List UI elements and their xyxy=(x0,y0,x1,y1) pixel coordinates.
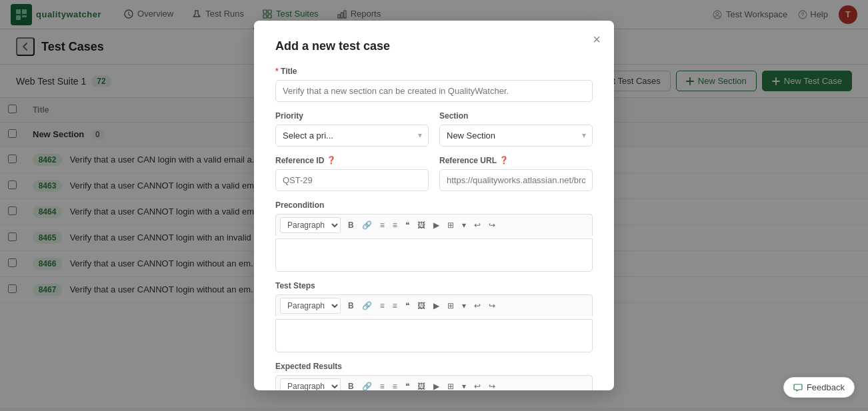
steps-video-btn[interactable]: ▶ xyxy=(430,299,443,312)
ref-id-help-icon: ❓ xyxy=(327,156,336,165)
steps-image-btn[interactable]: 🖼 xyxy=(414,299,429,312)
required-star: * xyxy=(275,67,281,76)
expected-bold-btn[interactable]: B xyxy=(345,380,357,390)
steps-quote-btn[interactable]: ❝ xyxy=(402,299,413,312)
precondition-table-btn[interactable]: ⊞ xyxy=(444,218,457,232)
steps-undo-btn[interactable]: ↩ xyxy=(471,299,484,312)
expected-results-toolbar: Paragraph B 🔗 ≡ ≡ ❝ 🖼 ▶ ⊞ ▾ ↩ ↪ xyxy=(275,375,593,390)
title-label: * Title xyxy=(275,67,593,76)
precondition-editor-area[interactable] xyxy=(275,238,593,272)
feedback-button[interactable]: Feedback xyxy=(783,377,855,398)
expected-results-paragraph-select[interactable]: Paragraph xyxy=(280,378,341,390)
feedback-label: Feedback xyxy=(807,382,845,392)
modal: Add a new test case × * Title Priority S… xyxy=(254,21,614,390)
priority-label: Priority xyxy=(275,111,429,121)
modal-close-button[interactable]: × xyxy=(593,33,601,46)
precondition-ordered-list-btn[interactable]: ≡ xyxy=(389,218,401,232)
expected-link-btn[interactable]: 🔗 xyxy=(359,380,375,390)
ref-url-label: Reference URL ❓ xyxy=(439,156,593,165)
expected-image-btn[interactable]: 🖼 xyxy=(414,380,429,390)
expected-results-label: Expected Results xyxy=(275,362,593,371)
steps-list-btn[interactable]: ≡ xyxy=(377,299,388,312)
precondition-table-expand-btn[interactable]: ▾ xyxy=(459,218,469,232)
priority-select[interactable]: Select a pri... xyxy=(275,125,429,147)
test-steps-paragraph-select[interactable]: Paragraph xyxy=(280,298,341,314)
precondition-link-btn[interactable]: 🔗 xyxy=(359,218,375,232)
title-input[interactable] xyxy=(275,80,593,102)
steps-link-btn[interactable]: 🔗 xyxy=(359,299,375,312)
section-select[interactable]: New Section xyxy=(439,125,593,147)
steps-redo-btn[interactable]: ↪ xyxy=(485,299,499,312)
precondition-undo-btn[interactable]: ↩ xyxy=(471,218,484,232)
precondition-redo-btn[interactable]: ↪ xyxy=(485,218,499,232)
steps-bold-btn[interactable]: B xyxy=(345,299,357,312)
ref-id-label: Reference ID ❓ xyxy=(275,156,429,165)
reference-url-input[interactable] xyxy=(439,169,593,191)
test-steps-editor-area[interactable] xyxy=(275,319,593,352)
test-steps-toolbar: Paragraph B 🔗 ≡ ≡ ❝ 🖼 ▶ ⊞ ▾ ↩ ↪ xyxy=(275,294,593,316)
precondition-image-btn[interactable]: 🖼 xyxy=(414,218,429,232)
expected-ordered-list-btn[interactable]: ≡ xyxy=(389,380,401,390)
modal-overlay[interactable]: Add a new test case × * Title Priority S… xyxy=(0,0,868,408)
precondition-quote-btn[interactable]: ❝ xyxy=(402,218,413,232)
precondition-paragraph-select[interactable]: Paragraph xyxy=(280,217,341,233)
precondition-list-btn[interactable]: ≡ xyxy=(377,218,388,232)
steps-table-expand-btn[interactable]: ▾ xyxy=(459,299,469,312)
expected-table-btn[interactable]: ⊞ xyxy=(444,380,457,390)
expected-redo-btn[interactable]: ↪ xyxy=(485,380,499,390)
steps-table-btn[interactable]: ⊞ xyxy=(444,299,457,312)
precondition-bold-btn[interactable]: B xyxy=(345,218,357,232)
test-steps-label: Test Steps xyxy=(275,281,593,290)
expected-quote-btn[interactable]: ❝ xyxy=(402,380,413,390)
steps-ordered-list-btn[interactable]: ≡ xyxy=(389,299,401,312)
reference-id-input[interactable] xyxy=(275,169,429,191)
precondition-video-btn[interactable]: ▶ xyxy=(430,218,443,232)
modal-title: Add a new test case xyxy=(275,39,593,53)
expected-list-btn[interactable]: ≡ xyxy=(377,380,388,390)
section-label: Section xyxy=(439,111,593,121)
precondition-toolbar: Paragraph B 🔗 ≡ ≡ ❝ 🖼 ▶ ⊞ ▾ ↩ ↪ xyxy=(275,214,593,236)
ref-url-help-icon: ❓ xyxy=(499,156,509,165)
expected-video-btn[interactable]: ▶ xyxy=(430,380,443,390)
expected-undo-btn[interactable]: ↩ xyxy=(471,380,484,390)
expected-table-expand-btn[interactable]: ▾ xyxy=(459,380,469,390)
feedback-icon xyxy=(793,383,803,392)
precondition-label: Precondition xyxy=(275,201,593,210)
